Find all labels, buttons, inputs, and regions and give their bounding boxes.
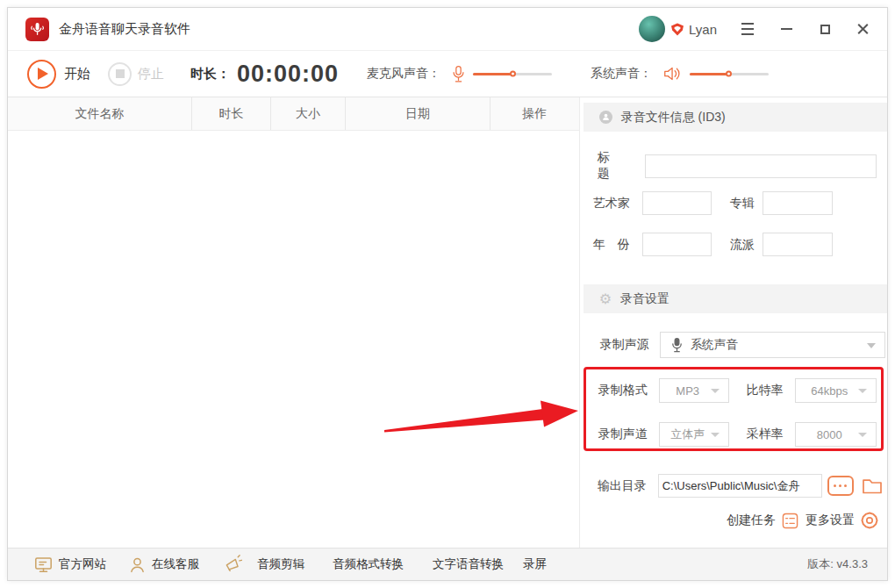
task-list-icon [782, 513, 798, 529]
channel-label: 录制声道 [598, 427, 648, 442]
source-value: 系统声音 [691, 337, 738, 353]
version-label: 版本: v4.3.3 [807, 556, 868, 572]
system-volume-fill [690, 73, 727, 75]
footer-link-audio-converter[interactable]: 音频格式转换 [333, 556, 404, 572]
settings-panel: 录音文件信息 (ID3) 标 题 艺术家 专辑 年 份 流派 ⚙ 录音设置 [579, 97, 887, 549]
samplerate-label: 采样率 [747, 427, 784, 442]
file-area: 文件名称 时长 大小 日期 操作 [8, 97, 579, 549]
ellipsis-icon [834, 484, 837, 488]
record-settings-header: ⚙ 录音设置 [584, 284, 887, 313]
id3-section-title: 录音文件信息 (ID3) [621, 110, 726, 125]
username[interactable]: Lyan [689, 22, 717, 37]
file-list [8, 131, 579, 549]
source-label: 录制声源 [600, 337, 649, 353]
create-task-button[interactable]: 创建任务 [727, 513, 798, 529]
play-icon [38, 68, 48, 80]
system-volume-knob[interactable] [726, 71, 732, 77]
title-field[interactable] [645, 154, 877, 178]
duration-label: 时长： [190, 66, 230, 82]
footer-link-screen-recorder[interactable]: 录屏 [523, 556, 547, 572]
user-avatar[interactable] [639, 16, 665, 42]
more-settings-label: 更多设置 [806, 513, 855, 528]
microphone-icon [452, 65, 465, 83]
format-value: MP3 [676, 384, 699, 398]
output-dir-label: 输出目录 [598, 478, 647, 494]
vip-badge-icon [670, 23, 684, 36]
column-date: 日期 [346, 97, 490, 130]
chevron-down-icon [867, 343, 876, 348]
chevron-down-icon [711, 389, 720, 393]
app-logo-icon [25, 18, 49, 41]
year-label: 年 份 [593, 237, 630, 253]
system-volume-slider[interactable] [690, 73, 769, 75]
start-label[interactable]: 开始 [64, 66, 90, 82]
genre-label: 流派 [730, 237, 755, 253]
album-label: 专辑 [730, 196, 755, 212]
menu-button[interactable] [740, 21, 755, 37]
close-button[interactable] [856, 21, 871, 37]
stop-icon [116, 69, 125, 78]
column-duration: 时长 [192, 97, 271, 130]
app-window: 金舟语音聊天录音软件 Lyan 开始 停止 时长： 00:00:00 [7, 7, 888, 581]
speaker-icon [663, 66, 682, 82]
column-actions: 操作 [490, 97, 579, 130]
footer-link-official-website[interactable]: 官方网站 [34, 556, 106, 573]
browse-button[interactable] [827, 476, 854, 496]
title-label: 标 题 [598, 150, 634, 182]
monitor-icon [34, 556, 53, 573]
samplerate-dropdown[interactable]: 8000 [795, 422, 877, 447]
promo-horn-icon [224, 554, 242, 575]
id3-section-header: 录音文件信息 (ID3) [584, 103, 887, 132]
bitrate-label: 比特率 [747, 383, 784, 398]
format-dropdown[interactable]: MP3 [659, 378, 729, 403]
stop-record-button[interactable] [108, 62, 132, 86]
source-mic-icon [671, 337, 683, 356]
create-task-label: 创建任务 [727, 513, 776, 528]
footer-link-online-service[interactable]: 在线客服 [129, 556, 199, 573]
channel-value: 立体声 [670, 427, 705, 442]
column-size: 大小 [271, 97, 346, 130]
output-dir-field[interactable] [658, 474, 822, 498]
mic-volume-label: 麦克风声音： [367, 66, 440, 82]
system-volume-label: 系统声音： [591, 66, 652, 82]
footer-link-audio-editor[interactable]: 音频剪辑 [257, 556, 304, 572]
footer-bar: 官方网站 在线客服 音频剪辑 音频格式转换 文字语音转换 录屏 [8, 548, 887, 580]
bitrate-value: 64kbps [811, 384, 848, 398]
channel-dropdown[interactable]: 立体声 [659, 422, 729, 447]
settings-ring-icon [861, 512, 878, 529]
id3-info-icon [599, 111, 612, 124]
genre-field[interactable] [763, 233, 833, 256]
timer-display: 00:00:00 [237, 61, 339, 88]
bitrate-dropdown[interactable]: 64kbps [795, 378, 877, 403]
chevron-down-icon [858, 433, 867, 437]
artist-label: 艺术家 [593, 196, 630, 212]
chevron-down-icon [711, 433, 720, 437]
open-folder-button[interactable] [862, 477, 883, 495]
person-icon [129, 556, 146, 573]
start-record-button[interactable] [27, 60, 56, 89]
record-toolbar: 开始 停止 时长： 00:00:00 麦克风声音： 系统声音： [8, 51, 887, 97]
titlebar: 金舟语音聊天录音软件 Lyan [8, 8, 887, 51]
artist-field[interactable] [642, 191, 712, 215]
stop-label: 停止 [138, 66, 164, 82]
year-field[interactable] [642, 233, 712, 256]
file-table-header: 文件名称 时长 大小 日期 操作 [8, 97, 579, 131]
minimize-button[interactable] [778, 21, 794, 37]
column-filename: 文件名称 [8, 97, 192, 130]
footer-link-text-to-speech[interactable]: 文字语音转换 [433, 556, 504, 572]
record-settings-title: 录音设置 [620, 291, 669, 307]
record-source-dropdown[interactable]: 系统声音 [660, 332, 885, 358]
mic-volume-fill [473, 73, 511, 75]
album-field[interactable] [763, 191, 833, 215]
mic-volume-slider[interactable] [473, 73, 552, 75]
chevron-down-icon [858, 389, 867, 393]
mic-volume-knob[interactable] [510, 71, 516, 77]
maximize-button[interactable] [817, 21, 833, 37]
format-label: 录制格式 [598, 383, 648, 398]
samplerate-value: 8000 [817, 428, 842, 441]
app-title: 金舟语音聊天录音软件 [59, 21, 190, 38]
gear-icon: ⚙ [599, 292, 612, 306]
more-settings-button[interactable]: 更多设置 [806, 512, 878, 529]
